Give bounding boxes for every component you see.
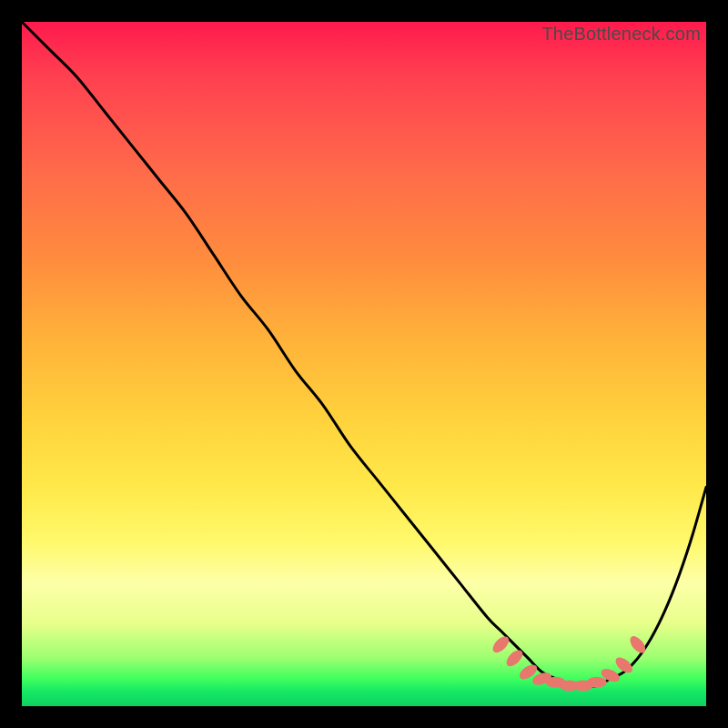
plot-area: TheBottleneck.com <box>22 22 706 706</box>
bottleneck-curve <box>22 22 706 686</box>
optimal-marker <box>627 633 648 656</box>
optimal-marker <box>587 677 607 688</box>
curve-layer <box>22 22 706 706</box>
chart-container: TheBottleneck.com <box>0 0 728 728</box>
